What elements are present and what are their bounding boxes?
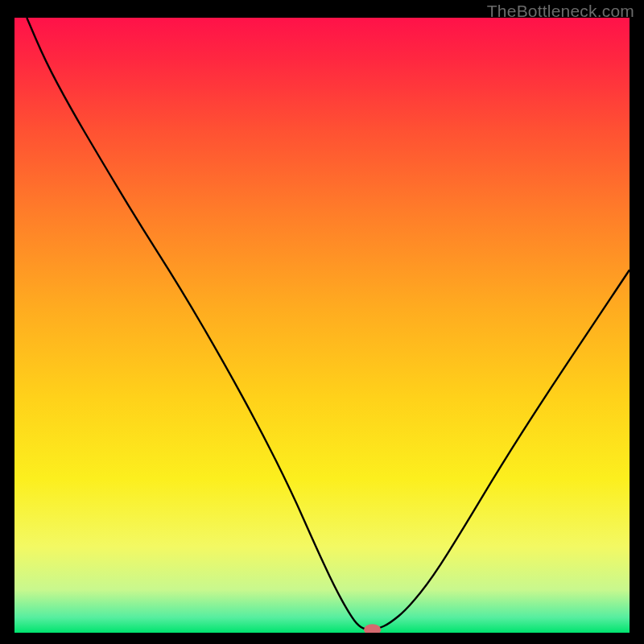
bottleneck-chart (14, 18, 630, 633)
chart-stage: TheBottleneck.com (0, 0, 644, 644)
plot-background (14, 18, 630, 633)
